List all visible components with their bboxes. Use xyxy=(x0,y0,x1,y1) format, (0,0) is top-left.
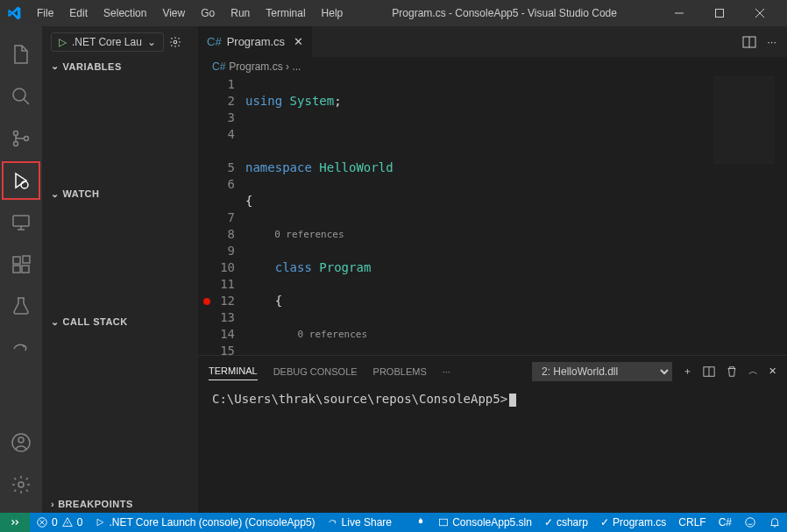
svg-point-2 xyxy=(14,131,18,136)
menu-view[interactable]: View xyxy=(155,4,192,23)
status-lang[interactable]: C# xyxy=(713,516,738,528)
split-editor-icon[interactable] xyxy=(742,35,756,49)
svg-rect-7 xyxy=(13,257,20,264)
svg-point-13 xyxy=(18,482,24,487)
menu-file[interactable]: File xyxy=(30,4,60,23)
play-icon: ▷ xyxy=(59,36,67,48)
status-bell-icon[interactable] xyxy=(762,516,787,528)
menu-bar: File Edit Selection View Go Run Terminal… xyxy=(30,4,350,23)
svg-rect-0 xyxy=(716,10,724,18)
status-csharp[interactable]: ✓ csharp xyxy=(538,516,594,528)
test-icon[interactable] xyxy=(0,286,42,328)
titlebar: File Edit Selection View Go Run Terminal… xyxy=(0,0,787,26)
menu-selection[interactable]: Selection xyxy=(96,4,153,23)
chevron-right-icon: › xyxy=(51,499,54,509)
source-control-icon[interactable] xyxy=(0,117,42,160)
svg-point-4 xyxy=(25,137,29,141)
status-live-share[interactable]: Live Share xyxy=(322,513,398,532)
csharp-file-icon: C# xyxy=(212,60,225,73)
breakpoints-section[interactable]: ›BREAKPOINTS xyxy=(42,495,198,513)
terminal-select[interactable]: 2: HelloWorld.dll xyxy=(532,362,672,381)
status-eol[interactable]: CRLF xyxy=(672,516,712,528)
svg-rect-9 xyxy=(22,266,29,273)
svg-rect-10 xyxy=(23,256,30,263)
split-terminal-icon[interactable] xyxy=(703,365,715,378)
status-problems[interactable]: 0 0 xyxy=(30,513,89,532)
tab-debug-console[interactable]: DEBUG CONSOLE xyxy=(273,363,358,380)
status-debug-config[interactable]: .NET Core Launch (console) (ConsoleApp5) xyxy=(89,513,321,532)
close-panel-icon[interactable]: ✕ xyxy=(769,365,776,377)
tab-terminal[interactable]: TERMINAL xyxy=(209,362,258,380)
svg-point-12 xyxy=(18,437,24,443)
explorer-icon[interactable] xyxy=(0,33,42,75)
remote-explorer-icon[interactable] xyxy=(0,202,42,244)
tab-label: Program.cs xyxy=(227,35,285,48)
status-flame[interactable] xyxy=(409,516,432,527)
minimap[interactable] xyxy=(713,76,775,164)
menu-help[interactable]: Help xyxy=(315,4,351,23)
callstack-section[interactable]: ⌄CALL STACK xyxy=(42,313,198,331)
maximize-button[interactable] xyxy=(699,0,740,26)
svg-rect-6 xyxy=(13,216,29,226)
status-bar: 0 0 .NET Core Launch (console) (ConsoleA… xyxy=(0,513,787,532)
svg-point-19 xyxy=(746,518,755,528)
gutter[interactable]: 1 2 3 4 5 6 7 8 9 10 11 12 13 14 15 xyxy=(198,76,245,355)
maximize-panel-icon[interactable]: ︿ xyxy=(748,365,758,378)
svg-rect-18 xyxy=(440,519,448,526)
chevron-down-icon: ⌄ xyxy=(51,60,60,72)
bottom-panel: TERMINAL DEBUG CONSOLE PROBLEMS ··· 2: H… xyxy=(198,355,787,513)
config-gear-icon[interactable] xyxy=(169,36,181,48)
run-debug-icon[interactable] xyxy=(0,160,42,202)
editor-area: C# Program.cs ✕ ··· C# Program.cs › ... … xyxy=(198,26,787,513)
chevron-down-icon: ⌄ xyxy=(147,36,156,48)
status-feedback-icon[interactable] xyxy=(738,516,762,528)
terminal-prompt: C:\Users\thrak\source\repos\ConsoleApp5> xyxy=(212,392,507,406)
search-icon[interactable] xyxy=(0,75,42,117)
window-title: Program.cs - ConsoleApp5 - Visual Studio… xyxy=(350,7,659,19)
watch-section[interactable]: ⌄WATCH xyxy=(42,185,198,203)
tab-program-cs[interactable]: C# Program.cs ✕ xyxy=(198,26,313,57)
status-solution[interactable]: ConsoleApp5.sln xyxy=(432,516,538,528)
debug-sidebar: ▷ .NET Core Lau ⌄ ⌄VARIABLES ⌄WATCH ⌄CAL… xyxy=(42,26,198,513)
debug-config-name: .NET Core Lau xyxy=(72,36,142,48)
remote-indicator[interactable] xyxy=(0,513,30,532)
start-debug-button[interactable]: ▷ .NET Core Lau ⌄ xyxy=(51,32,164,52)
chevron-down-icon: ⌄ xyxy=(51,316,60,328)
more-actions-icon[interactable]: ··· xyxy=(767,35,776,48)
settings-gear-icon[interactable] xyxy=(0,464,42,506)
panel-more-icon[interactable]: ··· xyxy=(443,363,450,380)
new-terminal-icon[interactable]: ＋ xyxy=(683,365,692,378)
menu-run[interactable]: Run xyxy=(223,4,257,23)
code-editor[interactable]: 1 2 3 4 5 6 7 8 9 10 11 12 13 14 15 usin… xyxy=(198,76,787,355)
tab-problems[interactable]: PROBLEMS xyxy=(373,363,427,380)
terminal-cursor xyxy=(509,394,516,407)
svg-point-14 xyxy=(174,40,177,44)
svg-point-1 xyxy=(13,89,25,101)
chevron-down-icon: ⌄ xyxy=(51,188,60,200)
svg-point-3 xyxy=(14,142,18,146)
close-tab-icon[interactable]: ✕ xyxy=(294,35,303,48)
menu-terminal[interactable]: Terminal xyxy=(259,4,312,23)
share-icon[interactable] xyxy=(0,328,42,370)
status-file-ok[interactable]: ✓ Program.cs xyxy=(594,516,672,528)
terminal-body[interactable]: C:\Users\thrak\source\repos\ConsoleApp5> xyxy=(198,387,787,513)
menu-go[interactable]: Go xyxy=(194,4,222,23)
kill-terminal-icon[interactable] xyxy=(726,365,738,378)
activity-bar xyxy=(0,26,42,513)
variables-section[interactable]: ⌄VARIABLES xyxy=(42,57,198,75)
breadcrumb[interactable]: C# Program.cs › ... xyxy=(198,57,787,76)
menu-edit[interactable]: Edit xyxy=(62,4,95,23)
vscode-icon xyxy=(7,6,21,20)
extensions-icon[interactable] xyxy=(0,244,42,286)
breakpoint-icon[interactable] xyxy=(203,298,210,305)
code-content[interactable]: using System; namespace HelloWorld { 0 r… xyxy=(245,76,787,355)
close-button[interactable] xyxy=(740,0,780,26)
editor-tabs: C# Program.cs ✕ ··· xyxy=(198,26,787,57)
csharp-file-icon: C# xyxy=(207,35,222,48)
svg-rect-8 xyxy=(13,266,20,273)
accounts-icon[interactable] xyxy=(0,422,42,464)
minimize-button[interactable] xyxy=(659,0,699,26)
